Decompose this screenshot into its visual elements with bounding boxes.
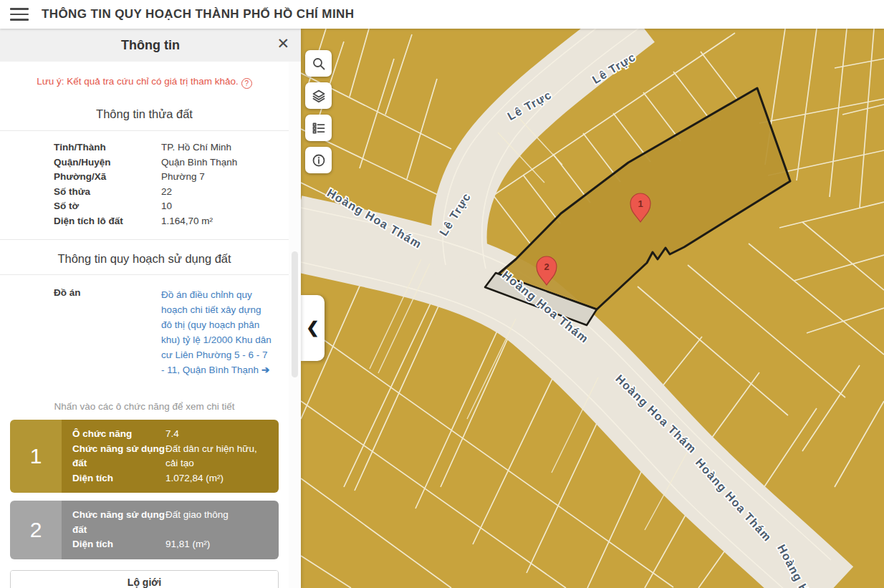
layers-icon[interactable] — [305, 82, 332, 109]
field-value: 1.164,70 m² — [161, 214, 289, 229]
close-icon[interactable]: ✕ — [277, 36, 289, 51]
planning-section-title: Thông tin quy hoạch sử dụng đất — [0, 252, 289, 266]
legend-icon[interactable] — [305, 115, 332, 141]
hamburger-menu-icon[interactable] — [10, 8, 29, 21]
panel-body: Lưu ý: Kết quả tra cứu chỉ có giá trị th… — [0, 62, 289, 588]
info-panel: Thông tin ✕ Lưu ý: Kết quả tra cứu chỉ c… — [0, 29, 301, 588]
field-label: Số thửa — [54, 185, 161, 200]
zones-hint: Nhấn vào các ô chức năng để xem chi tiết — [0, 401, 289, 412]
planning-document-link[interactable]: Đồ án điều chỉnh quy hoạch chi tiết xây … — [161, 287, 272, 377]
field-value: TP. Hồ Chí Minh — [161, 140, 289, 155]
field-row: Diện tích lô đất1.164,70 m² — [0, 214, 289, 229]
map-svg: Lê Trực Lê Trực Lê Trực Hoàng Hoa Thám H… — [301, 29, 884, 588]
field-label: Quận/Huyện — [54, 155, 161, 170]
panel-collapse-toggle[interactable]: ❮ — [301, 295, 325, 361]
scrollbar-thumb[interactable] — [292, 251, 298, 377]
zone-field-value: Đất dân cư hiện hữu, cải tạo — [165, 442, 270, 471]
road-width-table: Lộ giới Hoàng Hoa Thám 20,00m — [10, 570, 279, 588]
app-title: THÔNG TIN QUY HOẠCH THÀNH PHỐ HỒ CHÍ MIN… — [42, 7, 354, 21]
zone-card-body: Chức năng sử dụng đấtĐất giao thông Diện… — [62, 501, 279, 559]
zone-number-badge: 1 — [10, 420, 62, 493]
divider — [0, 239, 289, 240]
field-value: 10 — [161, 199, 289, 214]
zone-field-label: Diện tích — [72, 471, 165, 486]
marker-number: 1 — [638, 198, 643, 209]
search-icon[interactable] — [305, 50, 332, 77]
disclaimer-label: Lưu ý: Kết quả tra cứu chỉ có giá trị th… — [37, 76, 238, 87]
disclaimer-text: Lưu ý: Kết quả tra cứu chỉ có giá trị th… — [6, 76, 283, 89]
planning-document-link-text: Đồ án điều chỉnh quy hoạch chi tiết xây … — [161, 289, 272, 375]
panel-title: Thông tin — [121, 38, 180, 53]
parcel-section-title: Thông tin thửa đất — [0, 107, 289, 121]
field-label: Số tờ — [54, 199, 161, 214]
field-value: Quận Bình Thạnh — [161, 155, 289, 170]
field-row: Số tờ10 — [0, 199, 289, 214]
help-icon[interactable]: ? — [241, 78, 252, 89]
doan-row: Đồ án Đồ án điều chỉnh quy hoạch chi tiế… — [0, 275, 289, 385]
zone-field-value: 7.4 — [165, 427, 270, 442]
field-label: Diện tích lô đất — [54, 214, 161, 229]
zone-field-value: 91,81 (m²) — [165, 537, 270, 552]
app-header: THÔNG TIN QUY HOẠCH THÀNH PHỐ HỒ CHÍ MIN… — [0, 0, 884, 29]
map-canvas[interactable]: Lê Trực Lê Trực Lê Trực Hoàng Hoa Thám H… — [301, 29, 884, 588]
zone-field-label: Diện tích — [72, 537, 165, 552]
zone-field-label: Chức năng sử dụng đất — [72, 508, 165, 537]
zone-number-badge: 2 — [10, 501, 62, 559]
marker-number: 2 — [544, 261, 549, 272]
parcel-fields: Tỉnh/ThànhTP. Hồ Chí Minh Quận/HuyệnQuận… — [0, 131, 289, 239]
field-row: Phường/XãPhường 7 — [0, 170, 289, 185]
zone-field-value: 1.072,84 (m²) — [165, 471, 270, 486]
arrow-right-icon: ➔ — [261, 365, 269, 375]
zone-card-2[interactable]: 2 Chức năng sử dụng đấtĐất giao thông Di… — [10, 501, 279, 559]
info-icon[interactable] — [305, 147, 332, 173]
zone-field-label: Chức năng sử dụng đất — [72, 442, 165, 471]
map-controls — [305, 50, 332, 173]
field-row: Quận/HuyệnQuận Bình Thạnh — [0, 155, 289, 170]
zone-field-value: Đất giao thông — [165, 508, 270, 537]
doan-label: Đồ án — [54, 287, 161, 377]
sidebar-scrollbar[interactable] — [289, 62, 301, 588]
field-value: 22 — [161, 185, 289, 200]
field-row: Tỉnh/ThànhTP. Hồ Chí Minh — [0, 140, 289, 155]
field-row: Số thửa22 — [0, 185, 289, 200]
field-value: Phường 7 — [161, 170, 289, 185]
panel-header: Thông tin ✕ — [0, 29, 301, 62]
zone-field-label: Ô chức năng — [72, 427, 165, 442]
zone-card-body: Ô chức năng7.4 Chức năng sử dụng đấtĐất … — [62, 420, 279, 493]
field-label: Tỉnh/Thành — [54, 140, 161, 155]
zone-card-1[interactable]: 1 Ô chức năng7.4 Chức năng sử dụng đấtĐấ… — [10, 420, 279, 493]
field-label: Phường/Xã — [54, 170, 161, 185]
road-width-table-title: Lộ giới — [11, 571, 278, 588]
